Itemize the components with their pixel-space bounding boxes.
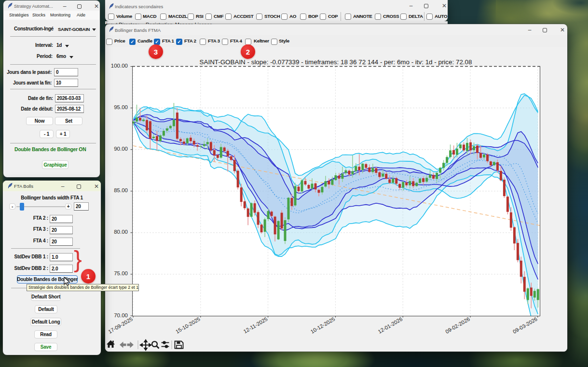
- svg-text:12-11-2025: 12-11-2025: [243, 316, 269, 334]
- svg-text:100.00: 100.00: [111, 63, 128, 69]
- svg-text:10-12-2025: 10-12-2025: [310, 316, 336, 335]
- svg-text:12-01-2026: 12-01-2026: [377, 316, 403, 335]
- svg-text:70.00: 70.00: [114, 312, 128, 318]
- svg-text:95.00: 95.00: [114, 104, 128, 110]
- svg-text:09-03-2026: 09-03-2026: [512, 316, 538, 335]
- svg-text:17-09-2025: 17-09-2025: [107, 316, 134, 335]
- svg-text:90.00: 90.00: [114, 146, 128, 152]
- svg-text:85.00: 85.00: [114, 187, 128, 193]
- svg-text:75.00: 75.00: [114, 270, 128, 276]
- svg-text:80.00: 80.00: [114, 229, 128, 235]
- svg-text:09-02-2026: 09-02-2026: [444, 316, 471, 335]
- svg-text:15-10-2025: 15-10-2025: [175, 316, 201, 335]
- svg-text:SAINT-GOBAIN - slope: -0.07733: SAINT-GOBAIN - slope: -0.077339 - timefr…: [200, 58, 472, 66]
